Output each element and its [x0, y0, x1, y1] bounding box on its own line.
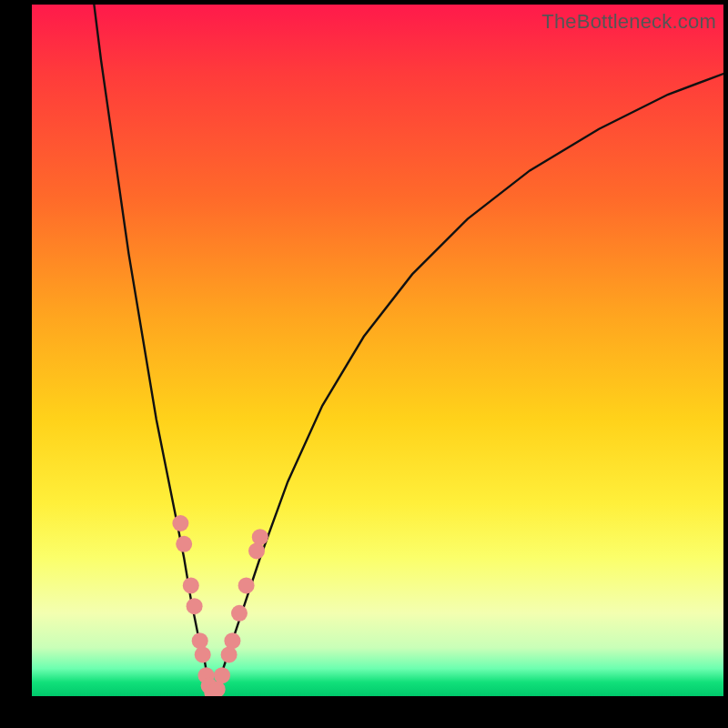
- marker-dot: [214, 667, 230, 683]
- marker-dot: [252, 529, 268, 545]
- marker-dot: [187, 598, 203, 614]
- marker-dot: [195, 646, 211, 662]
- marker-dot: [221, 646, 238, 662]
- marker-dot: [224, 632, 240, 649]
- marker-dot: [172, 515, 188, 531]
- marker-group: [172, 515, 268, 696]
- marker-dot: [183, 577, 199, 593]
- marker-dot: [238, 577, 255, 593]
- chart-frame: TheBottleneck.com: [0, 0, 728, 728]
- marker-dot: [176, 536, 192, 552]
- marker-dot: [231, 605, 248, 622]
- plot-area: TheBottleneck.com: [32, 5, 723, 696]
- right-branch-path: [212, 74, 723, 696]
- curve-svg: [32, 5, 723, 696]
- marker-dot: [192, 632, 208, 649]
- marker-dot: [248, 542, 265, 559]
